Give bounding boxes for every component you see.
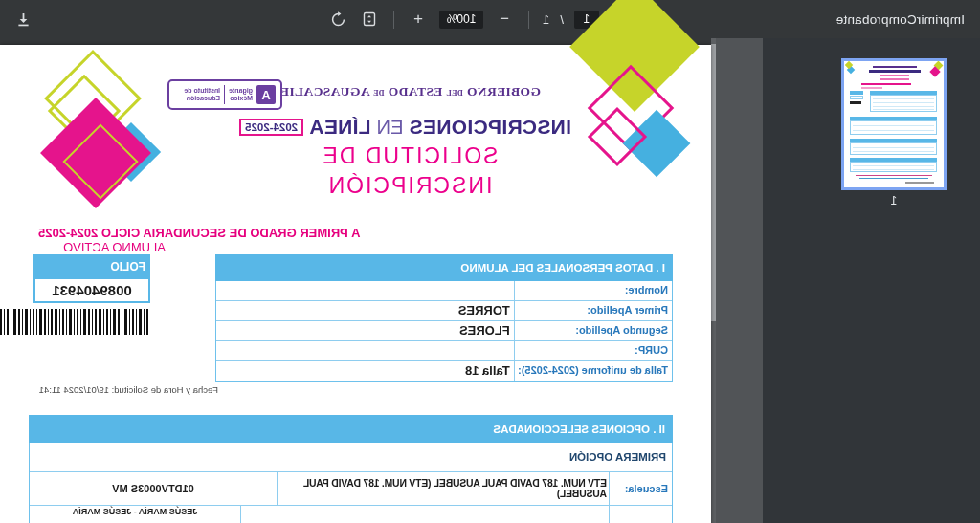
rotate-icon: [330, 11, 346, 28]
table-row: Segundo Apellido: FLORES: [216, 321, 672, 341]
logo-divider: [224, 85, 225, 104]
toolbar-divider: [393, 11, 394, 29]
pdf-toolbar: ImprimirComprobante 1 / 1 − 100% +: [0, 0, 980, 38]
address-row: Domicilio: CALLE FELICIANO MARTÍNEZ CRUZ…: [30, 506, 672, 523]
section2-table: PRIMERA OPCIÓN Escuela: ETV NUM. 187 DAV…: [29, 443, 673, 523]
address-locality: JESÚS MARÍA - JESÚS MARÍA: [30, 506, 240, 523]
row-value: TORRES: [216, 301, 514, 320]
row-value: [216, 281, 514, 300]
row-label: Segundo Apellido:: [514, 321, 672, 340]
form-subtitle: SOLICITUD DE INSCRIPCIÓN: [314, 142, 505, 201]
school-code: 01DTV0003S MV: [30, 472, 277, 505]
title-en: EN: [377, 117, 404, 139]
option-label: PRIMERA OPCIÓN: [569, 451, 672, 463]
section1-header: I . DATOS PERSONALES DEL ALUMNO: [215, 254, 673, 281]
page-total: 1: [543, 12, 549, 27]
school-row: Escuela: ETV NUM. 187 DAVID PAUL AUSUBEL…: [30, 472, 672, 506]
folio-number: 0089404931: [33, 279, 150, 303]
fit-page-button[interactable]: [359, 9, 380, 30]
form-title: INSCRIPCIONES EN LÍNEA 2024-2025: [239, 116, 571, 139]
page-separator: /: [560, 12, 564, 27]
gobierno-de: DE: [373, 89, 385, 98]
zoom-level-input[interactable]: 100%: [439, 11, 483, 29]
logo-brand-line: gigante: [229, 87, 253, 95]
logo-institute-line: Educación: [184, 95, 220, 102]
page-thumbnail-preview: [844, 61, 944, 187]
institution-logo: A gigante México Instituto de Educación: [167, 79, 282, 110]
folio-box: FOLIO 0089404931: [33, 254, 150, 303]
mirrored-surface: ImprimirComprobante 1 / 1 − 100% +: [0, 0, 980, 523]
student-status: ALUMNO ACTIVO: [63, 240, 166, 254]
row-value: FLORES: [216, 321, 514, 340]
school-value: ETV NUM. 187 DAVID PAUL AUSUBEL (ETV NUM…: [277, 472, 609, 505]
option-row: PRIMERA OPCIÓN: [30, 443, 672, 472]
gobierno-word: GOBIERNO: [467, 84, 541, 98]
fit-page-icon: [362, 11, 377, 27]
table-row: Primer Apellido: TORRES: [216, 301, 672, 321]
table-row: CURP:: [216, 341, 672, 361]
section1-table: Nombre: Primer Apellido: TORRES Segundo …: [215, 281, 673, 382]
table-row: Talla de uniforme (2024-2025): Talla 18: [216, 361, 672, 381]
toolbar-controls: 1 / 1 − 100% +: [0, 0, 980, 38]
address-value: CALLE FELICIANO MARTÍNEZ CRUZ 1200: [240, 506, 609, 523]
title-linea: LÍNEA: [309, 116, 371, 139]
page-thumbnail[interactable]: [841, 58, 947, 190]
zoom-in-button[interactable]: +: [408, 9, 429, 30]
row-label: Primer Apellido:: [514, 301, 672, 320]
request-datetime: Fecha y Hora de Solicitud: 19/01/2024 11…: [39, 384, 218, 395]
row-label: Nombre:: [514, 281, 672, 300]
logo-pyramid-icon: A: [256, 85, 276, 104]
subtitle-line: INSCRIPCIÓN: [314, 171, 505, 201]
table-row: Nombre:: [216, 281, 672, 301]
school-label: Escuela:: [609, 472, 672, 505]
rotate-button[interactable]: [327, 9, 348, 30]
pdf-page: GOBIERNO DEL ESTADO DE AGUASCALIENTES A …: [0, 45, 711, 523]
gobierno-header: GOBIERNO DEL ESTADO DE AGUASCALIENTES: [245, 84, 541, 99]
grade-line: A PRIMER GRADO DE SECUNDARIA CICLO 2024-…: [38, 226, 360, 240]
zoom-out-button[interactable]: −: [494, 9, 515, 30]
gobierno-del: DEL: [446, 89, 463, 98]
gobierno-word: ESTADO: [388, 84, 442, 98]
address-label: Domicilio:: [609, 506, 672, 523]
decoration-top-left: [569, 28, 694, 219]
logo-institute-line: Instituto de: [184, 87, 220, 95]
logo-brand-line: México: [229, 95, 253, 102]
thumbnail-page-number: 1: [841, 194, 947, 207]
section2-header: II . OPCIONES SELECCIONADAS: [29, 415, 673, 443]
barcode: [0, 309, 148, 335]
row-label: CURP:: [514, 341, 672, 360]
title-inscripciones: INSCRIPCIONES: [409, 116, 571, 139]
folio-label: FOLIO: [33, 254, 150, 279]
row-label: Talla de uniforme (2024-2025):: [514, 361, 672, 381]
toolbar-divider: [528, 11, 529, 29]
subtitle-line: SOLICITUD DE: [314, 142, 505, 171]
download-icon: [16, 11, 33, 28]
row-value: Talla 18: [216, 361, 514, 381]
row-value: [216, 341, 514, 360]
thumbnail-sidebar: 1: [763, 38, 980, 523]
content-background-gap: [711, 38, 763, 523]
download-button[interactable]: [13, 9, 34, 30]
vertical-scrollbar[interactable]: [711, 38, 716, 523]
scrollbar-thumb[interactable]: [711, 44, 716, 321]
pdf-viewer-window: ImprimirComprobante 1 / 1 − 100% +: [0, 0, 980, 523]
title-cycle-badge: 2024-2025: [239, 119, 303, 136]
